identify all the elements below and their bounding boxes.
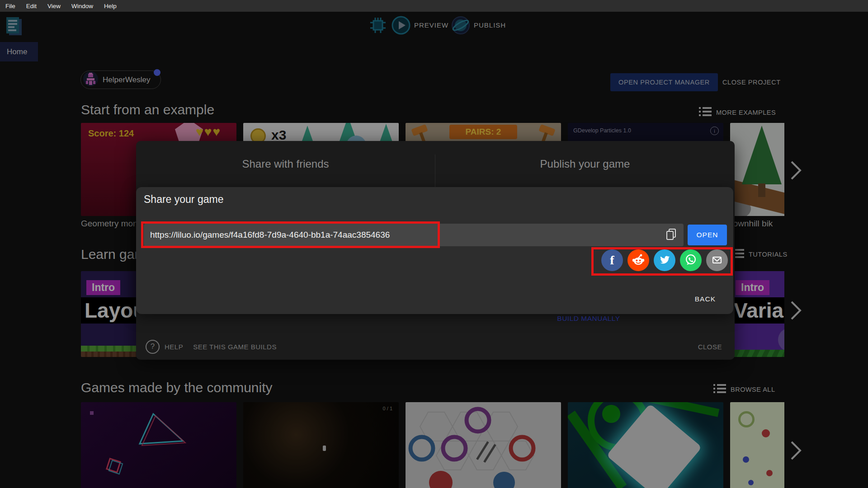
copy-url-button[interactable] [661,225,682,245]
back-button[interactable]: BACK [692,295,718,304]
annotation-social-highlight [591,247,733,276]
menu-file[interactable]: File [0,0,21,12]
menu-view[interactable]: View [42,0,66,12]
annotation-url-highlight [141,221,440,248]
app-window: File Edit View Window Help [0,0,868,488]
share-dialog-title: Share your game [144,193,223,206]
menu-help[interactable]: Help [99,0,122,12]
open-game-button[interactable]: OPEN [688,225,727,245]
menu-edit[interactable]: Edit [21,0,42,12]
menubar: File Edit View Window Help [0,0,868,12]
menu-window[interactable]: Window [66,0,99,12]
copy-icon [664,227,679,243]
